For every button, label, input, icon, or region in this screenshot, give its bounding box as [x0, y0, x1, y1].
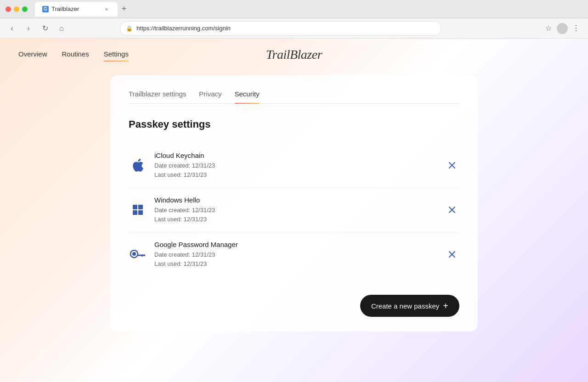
tab-privacy[interactable]: Privacy: [199, 90, 221, 103]
passkey-name-google: Google Password Manager: [154, 241, 445, 248]
menu-button[interactable]: ⋮: [570, 22, 582, 35]
back-button[interactable]: ‹: [6, 22, 18, 35]
svg-rect-3: [141, 254, 143, 257]
passkey-info-google: Google Password Manager Date created: 12…: [154, 241, 445, 268]
settings-card: Trailblazer settings Privacy Security Pa…: [110, 75, 478, 331]
apple-icon: [129, 156, 147, 174]
minimize-window-button[interactable]: [14, 6, 19, 12]
passkey-meta-google: Date created: 12/31/23 Last used: 12/31/…: [154, 250, 445, 268]
url-text: https://trailblazerrunning.com/signin: [136, 25, 231, 32]
delete-windows-button[interactable]: [445, 204, 459, 215]
url-bar[interactable]: 🔒 https://trailblazerrunning.com/signin: [120, 21, 441, 36]
browser-window: G Trailblazer × + ‹ › ↻ ⌂ 🔒 https://trai…: [0, 0, 588, 382]
browser-tab[interactable]: G Trailblazer ×: [35, 2, 118, 17]
page-content: Overview Routines Settings TrailBlazer T…: [0, 39, 588, 382]
tab-favicon: G: [42, 6, 49, 12]
key-icon: [129, 245, 147, 264]
bookmark-button[interactable]: ☆: [542, 22, 555, 35]
user-avatar[interactable]: [557, 23, 568, 34]
passkey-info-windows: Windows Hello Date created: 12/31/23 Las…: [154, 196, 445, 224]
passkey-name-windows: Windows Hello: [154, 196, 445, 204]
lock-icon: 🔒: [126, 25, 133, 32]
section-title: Passkey settings: [129, 118, 459, 130]
delete-icloud-button[interactable]: [445, 160, 459, 171]
create-passkey-button[interactable]: Create a new passkey +: [360, 295, 459, 317]
forward-button[interactable]: ›: [22, 22, 35, 35]
maximize-window-button[interactable]: [22, 6, 28, 12]
svg-point-1: [132, 252, 136, 256]
nav-link-settings[interactable]: Settings: [104, 50, 129, 60]
passkey-meta-icloud: Date created: 12/31/23 Last used: 12/31/…: [154, 161, 445, 179]
create-btn-container: Create a new passkey +: [129, 295, 459, 317]
new-tab-button[interactable]: +: [118, 3, 130, 16]
top-nav: Overview Routines Settings TrailBlazer: [0, 39, 588, 71]
windows-icon: [129, 201, 147, 219]
passkey-list: iCloud Keychain Date created: 12/31/23 L…: [129, 143, 459, 276]
site-logo: TrailBlazer: [266, 47, 322, 62]
close-window-button[interactable]: [6, 6, 11, 12]
nav-link-routines[interactable]: Routines: [62, 50, 89, 60]
tab-title: Trailblazer: [51, 6, 79, 12]
passkey-meta-windows: Date created: 12/31/23 Last used: 12/31/…: [154, 206, 445, 224]
settings-tabs: Trailblazer settings Privacy Security: [129, 90, 459, 104]
passkey-item-windows: Windows Hello Date created: 12/31/23 Las…: [129, 188, 459, 232]
tab-bar: G Trailblazer × +: [35, 2, 130, 17]
svg-rect-4: [144, 254, 145, 256]
passkey-item-google: Google Password Manager Date created: 12…: [129, 232, 459, 276]
refresh-button[interactable]: ↻: [39, 22, 51, 35]
create-passkey-label: Create a new passkey: [371, 302, 439, 310]
nav-links: Overview Routines Settings: [18, 50, 129, 60]
address-bar: ‹ › ↻ ⌂ 🔒 https://trailblazerrunning.com…: [0, 18, 588, 39]
page-inner: Overview Routines Settings TrailBlazer T…: [0, 39, 588, 382]
nav-link-overview[interactable]: Overview: [18, 50, 47, 60]
title-bar: G Trailblazer × +: [0, 0, 588, 18]
passkey-item-icloud: iCloud Keychain Date created: 12/31/23 L…: [129, 143, 459, 188]
traffic-lights: [6, 6, 28, 12]
home-button[interactable]: ⌂: [55, 22, 68, 35]
address-bar-right: ☆ ⋮: [542, 22, 582, 35]
create-passkey-plus-icon: +: [443, 301, 448, 310]
tab-security[interactable]: Security: [235, 90, 260, 103]
tab-trailblazer-settings[interactable]: Trailblazer settings: [129, 90, 186, 103]
passkey-name-icloud: iCloud Keychain: [154, 152, 445, 159]
delete-google-button[interactable]: [445, 249, 459, 260]
tab-close-button[interactable]: ×: [103, 6, 110, 13]
passkey-info-icloud: iCloud Keychain Date created: 12/31/23 L…: [154, 152, 445, 179]
